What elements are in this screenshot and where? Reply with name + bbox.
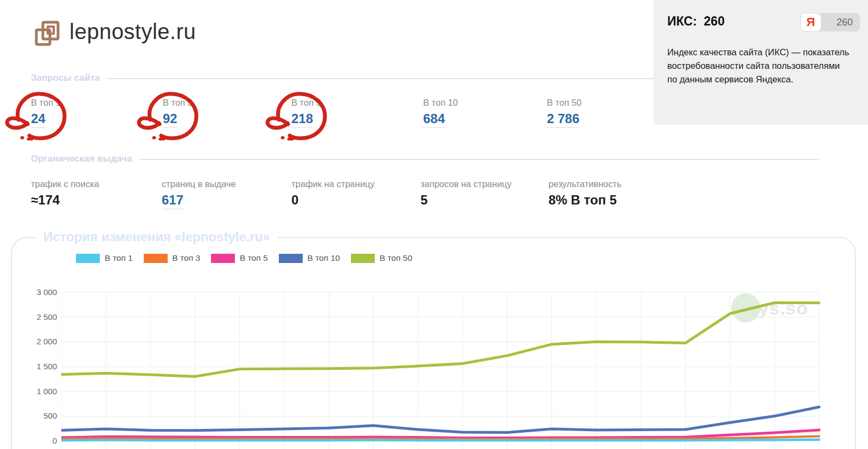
- y-tick-label: 500: [16, 411, 57, 420]
- y-tick-label: 3 000: [16, 287, 57, 297]
- yandex-logo-icon: Я: [801, 14, 821, 31]
- legend-label: В топ 10: [308, 253, 340, 263]
- stat-top10: В топ 10 684: [423, 98, 458, 128]
- stat-value: 5: [420, 193, 427, 208]
- stat-label: результативность: [548, 179, 622, 189]
- stat-value: 0: [291, 193, 298, 208]
- legend-label: В топ 5: [240, 253, 268, 263]
- stat-value: 8% В топ 5: [548, 193, 617, 208]
- stat-label: В топ 50: [547, 98, 582, 108]
- stat-label: В топ 5: [291, 98, 321, 108]
- section-header-organic: Органическая выдача: [31, 153, 819, 164]
- stat-value-link[interactable]: 92: [163, 111, 177, 128]
- iks-value: 260: [704, 14, 724, 28]
- stat-label: В топ 10: [423, 98, 458, 108]
- stat-effectiveness: результативность 8% В топ 5: [548, 179, 622, 208]
- stat-traffic-per-page: трафик на страницу 0: [291, 179, 375, 208]
- stat-top5: В топ 5 218: [291, 98, 321, 128]
- stat-top50: В топ 50 2 786: [547, 98, 582, 128]
- chart-y-axis: 05001 0001 5002 0002 5003 000: [16, 0, 57, 449]
- stat-label: страниц в выдаче: [162, 179, 236, 189]
- iks-heading: ИКС: 260: [667, 14, 725, 29]
- stat-label: трафик на страницу: [291, 179, 375, 189]
- y-tick-label: 2 500: [16, 312, 57, 322]
- stat-queries-per-page: запросов на страницу 5: [420, 179, 512, 208]
- legend-item-top50[interactable]: В топ 50: [351, 253, 412, 263]
- chart-legend: В топ 1 В топ 3 В топ 5 В топ 10 В топ 5…: [76, 253, 412, 263]
- yandex-iks-badge[interactable]: Я 260: [800, 13, 860, 31]
- y-tick-label: 1 500: [16, 362, 57, 371]
- iks-panel: ИКС: 260 Я 260 Индекс качества сайта (ИК…: [654, 0, 868, 125]
- stat-value-link[interactable]: 684: [423, 111, 445, 128]
- series-line-в-топ-10: [61, 407, 819, 433]
- legend-swatch-top1: [76, 254, 100, 263]
- legend-label: В топ 3: [173, 253, 201, 263]
- legend-item-top3[interactable]: В топ 3: [144, 253, 201, 263]
- legend-swatch-top10: [279, 254, 303, 263]
- page-title: lepnostyle.ru: [69, 20, 196, 44]
- y-tick-label: 1 000: [16, 387, 57, 396]
- history-chart-plot[interactable]: [61, 282, 821, 449]
- y-tick-label: 2 000: [16, 337, 57, 346]
- section-header-queries: Запросы сайта: [31, 73, 654, 84]
- legend-swatch-top3: [144, 254, 168, 263]
- stat-label: запросов на страницу: [420, 179, 512, 189]
- stat-label: В топ 3: [163, 98, 193, 108]
- series-line-в-топ-1: [61, 440, 819, 440]
- page: lepnostyle.ru ИКС: 260 Я 260 Индекс каче…: [0, 0, 868, 449]
- stat-top3: В топ 3 92: [163, 98, 193, 128]
- legend-label: В топ 1: [105, 253, 133, 263]
- stat-value-link[interactable]: 2 786: [547, 111, 579, 128]
- legend-label: В топ 50: [380, 253, 412, 263]
- stat-value-link[interactable]: 617: [162, 193, 183, 209]
- history-chart-title: История изменения «lepnostyle.ru»: [36, 229, 278, 245]
- stat-pages-in-serp: страниц в выдаче 617: [162, 179, 236, 209]
- section-divider: [107, 78, 654, 79]
- y-tick-label: 0: [16, 436, 57, 445]
- iks-label: ИКС:: [667, 14, 697, 28]
- legend-swatch-top5: [211, 254, 235, 263]
- legend-item-top1[interactable]: В топ 1: [76, 253, 133, 263]
- stat-value-link[interactable]: 218: [291, 111, 313, 128]
- iks-description: Индекс качества сайта (ИКС) — показатель…: [667, 46, 852, 86]
- legend-item-top5[interactable]: В топ 5: [211, 253, 268, 263]
- legend-swatch-top50: [351, 254, 375, 263]
- legend-item-top10[interactable]: В топ 10: [279, 253, 340, 263]
- iks-badge-value: 260: [837, 13, 853, 31]
- series-line-в-топ-50: [61, 303, 819, 376]
- section-divider: [139, 159, 819, 160]
